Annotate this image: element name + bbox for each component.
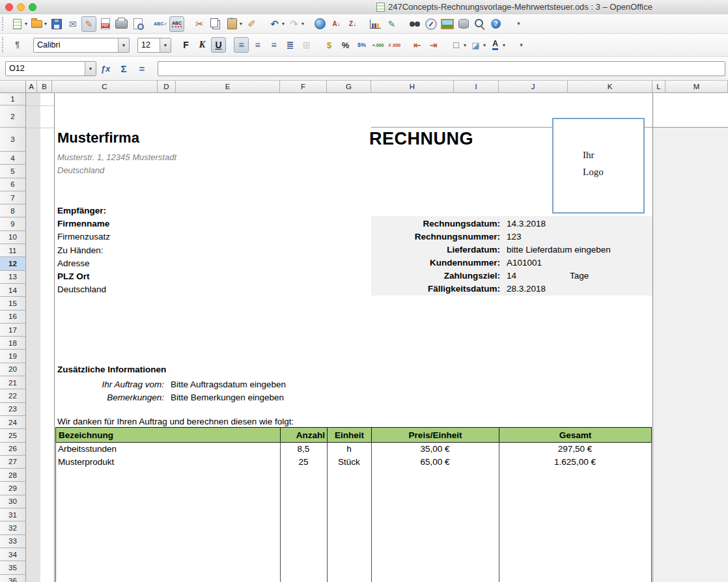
column-header-I[interactable]: I bbox=[454, 81, 499, 93]
row-header-27[interactable]: 27 bbox=[0, 456, 26, 469]
sum-button[interactable]: Σ bbox=[116, 61, 132, 76]
row-header-11[interactable]: 11 bbox=[0, 244, 26, 257]
row-header-32[interactable]: 32 bbox=[0, 521, 26, 534]
align-justify-button[interactable]: ≣ bbox=[283, 37, 298, 53]
undo-dropdown[interactable]: ▾ bbox=[282, 21, 285, 27]
name-box-dropdown[interactable]: ▼ bbox=[85, 62, 96, 76]
table-header-cell[interactable]: Bezeichnung bbox=[56, 428, 281, 442]
column-header-H[interactable]: H bbox=[371, 81, 454, 93]
row-header-5[interactable]: 5 bbox=[0, 165, 26, 178]
bold-button[interactable]: F bbox=[178, 37, 193, 53]
row-header-30[interactable]: 30 bbox=[0, 495, 26, 508]
hyperlink-button[interactable] bbox=[313, 16, 328, 32]
export-pdf-button[interactable]: PDF bbox=[98, 16, 113, 32]
copy-button[interactable] bbox=[208, 16, 223, 32]
intro-line[interactable]: Wir danken für Ihren Auftrag und berechn… bbox=[57, 417, 294, 426]
maximize-button[interactable] bbox=[29, 3, 36, 11]
row-header-23[interactable]: 23 bbox=[0, 403, 26, 416]
redo-dropdown[interactable]: ▾ bbox=[301, 21, 304, 27]
row-header-6[interactable]: 6 bbox=[0, 178, 26, 191]
minimize-button[interactable] bbox=[17, 3, 25, 11]
background-color-dropdown[interactable]: ▾ bbox=[483, 42, 486, 48]
meta-label[interactable]: Lieferdatum: bbox=[371, 245, 500, 255]
row-header-1[interactable]: 1 bbox=[0, 93, 26, 105]
column-header-F[interactable]: F bbox=[280, 81, 327, 93]
row-header-34[interactable]: 34 bbox=[0, 548, 26, 561]
column-header-B[interactable]: B bbox=[37, 81, 52, 93]
add-decimal-button[interactable]: +.000 bbox=[371, 37, 385, 53]
meta-suffix[interactable]: Tage bbox=[570, 271, 589, 281]
column-header-E[interactable]: E bbox=[176, 81, 280, 93]
table-cell[interactable]: 35,00 € bbox=[371, 442, 499, 455]
align-left-button[interactable]: ≡ bbox=[234, 37, 249, 53]
underline-button[interactable]: U bbox=[211, 37, 226, 53]
invoice-title[interactable]: RECHNUNG bbox=[369, 129, 473, 149]
row-header-14[interactable]: 14 bbox=[0, 284, 26, 297]
meta-label[interactable]: Zahlungsziel: bbox=[371, 271, 500, 281]
table-cell[interactable]: Arbeitsstunden bbox=[55, 442, 280, 455]
navigator-button[interactable] bbox=[423, 16, 438, 32]
row-header-29[interactable]: 29 bbox=[0, 482, 26, 495]
row-header-3[interactable]: 3 bbox=[0, 128, 26, 152]
row-header-12[interactable]: 12 bbox=[0, 257, 26, 270]
font-size-dropdown[interactable]: ▼ bbox=[160, 38, 171, 52]
row-header-13[interactable]: 13 bbox=[0, 271, 26, 284]
column-header-C[interactable]: C bbox=[52, 81, 158, 93]
font-name-dropdown[interactable]: ▼ bbox=[118, 38, 129, 52]
column-header-A[interactable]: A bbox=[26, 81, 37, 93]
align-right-button[interactable]: ≡ bbox=[266, 37, 281, 53]
additional-info-heading[interactable]: Zusätzliche Informationen bbox=[57, 365, 166, 374]
row-header-24[interactable]: 24 bbox=[0, 416, 26, 429]
row-header-19[interactable]: 19 bbox=[0, 350, 26, 363]
format-paintbrush-button[interactable]: ✐ bbox=[244, 16, 259, 32]
merge-cells-button[interactable]: ⊞ bbox=[299, 37, 314, 53]
toolbar-more-button[interactable]: ▾ bbox=[511, 16, 526, 32]
open-document-dropdown[interactable]: ▾ bbox=[44, 21, 47, 27]
open-document-button[interactable] bbox=[29, 16, 44, 32]
column-header-G[interactable]: G bbox=[327, 81, 371, 93]
row-header-26[interactable]: 26 bbox=[0, 443, 26, 456]
italic-button[interactable]: K bbox=[195, 37, 210, 53]
toolbar-grip[interactable] bbox=[2, 37, 8, 53]
row-header-7[interactable]: 7 bbox=[0, 191, 26, 204]
meta-value[interactable]: 28.3.2018 bbox=[507, 284, 546, 294]
zoom-button[interactable] bbox=[472, 16, 487, 32]
additional-info-label[interactable]: Bemerkungen: bbox=[57, 393, 164, 402]
recipient-line[interactable]: Zu Händen: bbox=[57, 243, 110, 256]
recipient-line[interactable]: Empfänger: bbox=[57, 204, 110, 217]
styles-button[interactable]: ¶ bbox=[10, 37, 25, 53]
additional-info-value[interactable]: Bitte Bemerkungen eingeben bbox=[171, 393, 284, 402]
recipient-line[interactable]: Firmenzusatz bbox=[57, 230, 110, 243]
additional-info-value[interactable]: Bitte Auftragsdatum eingeben bbox=[171, 380, 286, 389]
table-header-cell[interactable]: Gesamt bbox=[499, 428, 652, 442]
percent-button[interactable]: % bbox=[338, 37, 353, 53]
font-size-input[interactable] bbox=[138, 38, 160, 52]
row-header-21[interactable]: 21 bbox=[0, 376, 26, 389]
row-header-31[interactable]: 31 bbox=[0, 508, 26, 521]
row-header-35[interactable]: 35 bbox=[0, 561, 26, 574]
meta-label[interactable]: Rechnungsdatum: bbox=[371, 219, 500, 229]
sender-country[interactable]: Deutschland bbox=[57, 165, 104, 175]
currency-format-button[interactable]: $% bbox=[354, 37, 369, 53]
sort-descending-button[interactable]: Z↓ bbox=[345, 16, 360, 32]
column-header-D[interactable]: D bbox=[158, 81, 176, 93]
table-cell[interactable]: 8,5 bbox=[280, 442, 327, 455]
sheet-canvas[interactable]: Musterfirma Musterstr. 1, 12345 Musterst… bbox=[26, 93, 728, 582]
redo-button[interactable]: ↷ bbox=[287, 16, 301, 32]
row-header-4[interactable]: 4 bbox=[0, 152, 26, 165]
sort-ascending-button[interactable]: A↓ bbox=[329, 16, 344, 32]
table-cell[interactable]: 65,00 € bbox=[371, 455, 499, 468]
align-center-button[interactable]: ≡ bbox=[250, 37, 265, 53]
save-button[interactable] bbox=[49, 16, 64, 32]
gallery-button[interactable] bbox=[440, 16, 455, 32]
row-header-9[interactable]: 9 bbox=[0, 217, 26, 230]
column-header-K[interactable]: K bbox=[568, 81, 652, 93]
select-all-corner[interactable] bbox=[0, 81, 26, 93]
autospellcheck-button[interactable]: ABC bbox=[169, 16, 184, 32]
borders-dropdown[interactable]: ▾ bbox=[464, 42, 466, 48]
table-cell[interactable]: 297,50 € bbox=[499, 442, 651, 455]
email-button[interactable]: ✉ bbox=[65, 16, 80, 32]
meta-value[interactable]: 14 bbox=[507, 271, 516, 281]
font-color-button[interactable]: A bbox=[488, 37, 503, 53]
increase-indent-button[interactable]: ⇥ bbox=[426, 37, 441, 53]
